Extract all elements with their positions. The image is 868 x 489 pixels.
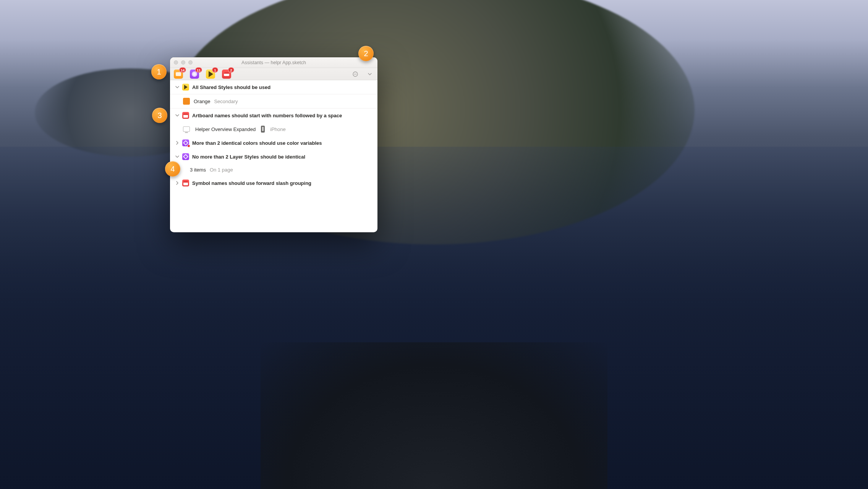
badge: 11 (195, 67, 202, 73)
annotation-marker-1: 1 (151, 64, 167, 79)
svg-point-3 (356, 74, 357, 74)
badge: 14 (179, 67, 186, 73)
svg-point-2 (355, 74, 356, 74)
result-row-orange-style[interactable]: Orange Secondary (170, 94, 377, 108)
rule-title: Artboard names should start with numbers… (192, 113, 342, 118)
rule-header-shared-styles[interactable]: All Shared Styles should be used (170, 80, 377, 94)
rule-icon-red (182, 180, 189, 186)
window-title: Assistants — helpr App.sketch (170, 60, 377, 65)
result-label: Helper Overview Expanded (195, 126, 256, 132)
rule-title: Symbol names should use forward slash gr… (192, 180, 311, 186)
phone-icon (261, 126, 265, 133)
alert-dot-icon (187, 144, 190, 147)
assistant-tab-1[interactable]: 11 (190, 70, 199, 79)
color-swatch (183, 98, 190, 105)
artboard-icon (183, 126, 190, 132)
results-list: All Shared Styles should be used Orange … (170, 80, 377, 232)
chevron-down-icon (175, 113, 179, 117)
wallpaper-rock (261, 342, 608, 489)
assistant-tab-0[interactable]: 14 (174, 70, 183, 79)
chevron-down-icon[interactable] (366, 70, 374, 78)
assistant-icon-orange (176, 72, 181, 76)
assistant-tab-2[interactable]: 1 (206, 70, 215, 79)
annotation-marker-4: 4 (165, 161, 180, 176)
result-sublabel: Secondary (214, 99, 238, 104)
badge: 1 (212, 67, 218, 73)
annotation-marker-3: 3 (152, 108, 167, 123)
zoom-button[interactable] (188, 60, 193, 65)
result-row-count[interactable]: 3 items On 1 page (170, 164, 377, 176)
result-sublabel: On 1 page (210, 167, 233, 173)
assistant-icon-red (224, 72, 229, 76)
titlebar[interactable]: Assistants — helpr App.sketch (170, 57, 377, 68)
rule-title: No more than 2 Layer Styles should be id… (192, 154, 305, 160)
rule-icon-purple (182, 139, 189, 146)
close-button[interactable] (174, 60, 178, 65)
rule-header-color-variables[interactable]: More than 2 identical colors should use … (170, 136, 377, 150)
badge: 2 (228, 67, 234, 73)
chevron-down-icon (175, 85, 179, 89)
chevron-down-icon (175, 155, 179, 159)
assistant-tab-3[interactable]: 2 (222, 70, 231, 79)
rule-header-symbol-names[interactable]: Symbol names should use forward slash gr… (170, 176, 377, 190)
annotation-marker-2: 2 (358, 46, 374, 61)
rule-title: All Shared Styles should be used (192, 84, 270, 90)
svg-point-1 (354, 74, 355, 74)
assistants-window: Assistants — helpr App.sketch 14 11 1 2 (170, 57, 377, 232)
more-icon[interactable] (351, 70, 359, 78)
rule-icon-purple (182, 153, 189, 160)
rule-title: More than 2 identical colors should use … (192, 140, 322, 146)
chevron-right-icon (175, 141, 179, 145)
result-label: Orange (194, 99, 210, 104)
result-label: iPhone (270, 126, 285, 132)
rule-icon-red (182, 112, 189, 119)
rule-header-artboard-names[interactable]: Artboard names should start with numbers… (170, 108, 377, 122)
rule-header-layer-styles[interactable]: No more than 2 Layer Styles should be id… (170, 150, 377, 164)
traffic-lights (170, 60, 193, 65)
chevron-right-icon (175, 181, 179, 185)
minimize-button[interactable] (181, 60, 185, 65)
rule-icon-yellow (182, 84, 189, 91)
toolbar: 14 11 1 2 (170, 68, 377, 80)
result-row-artboards[interactable]: Helper Overview Expanded iPhone (170, 122, 377, 136)
result-label: 3 items (190, 167, 206, 173)
